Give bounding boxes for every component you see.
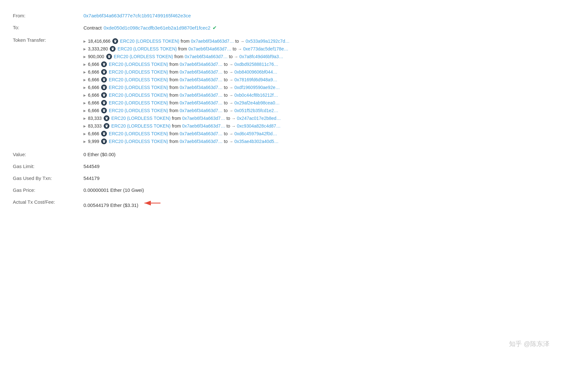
triangle-icon: ▶ (83, 63, 86, 66)
to-word: to (224, 100, 228, 105)
gas-price-row: Gas Price: 0.00000001 Ether (10 Gwei) (13, 184, 575, 196)
transfer-to-address[interactable]: 0xc9304a828c4d87… (237, 123, 281, 129)
triangle-icon: ▶ (83, 132, 86, 136)
triangle-icon: ▶ (83, 109, 86, 112)
token-icon: ♛ (101, 138, 107, 144)
token-icon-letter: ♛ (102, 93, 106, 97)
to-label: To: (13, 22, 83, 34)
token-name-link[interactable]: ERC20 (LORDLESS TOKEN) (114, 54, 173, 59)
arrow-right-icon: → (231, 116, 236, 121)
transfer-to-address[interactable]: 0xb84009606bf044… (234, 69, 277, 75)
token-icon-letter: ♛ (102, 101, 106, 105)
transfer-to-address[interactable]: 0xe773dac5def178e… (243, 46, 289, 51)
token-transfer-item: ▶ 83,333 ♛ ERC20 (LORDLESS TOKEN) from 0… (83, 122, 575, 130)
contract-prefix: Contract (83, 25, 102, 31)
arrow-right-icon: → (229, 85, 233, 90)
triangle-icon: ▶ (83, 117, 86, 120)
token-amount: 6,666 (88, 93, 99, 98)
token-name-link[interactable]: ERC20 (LORDLESS TOKEN) (109, 62, 168, 67)
transfer-to-address[interactable]: 0x533a99a1292c7d… (246, 39, 290, 44)
to-row: To: Contract 0xde050d1c098c7acdfb3e61eb2… (13, 22, 575, 34)
token-icon: ♛ (106, 54, 112, 59)
token-transfer-item: ▶ 900,000 ♛ ERC20 (LORDLESS TOKEN) from … (83, 53, 575, 60)
transfer-from-address[interactable]: 0x7aeb6f34a663d7… (180, 85, 223, 90)
from-word: from (178, 46, 187, 51)
token-name-link[interactable]: ERC20 (LORDLESS TOKEN) (109, 85, 168, 90)
token-icon: ♛ (104, 123, 109, 129)
transfer-to-address[interactable]: 0xb0c44cf8b16212f… (234, 93, 278, 98)
token-name-link[interactable]: ERC20 (LORDLESS TOKEN) (109, 69, 168, 75)
transfer-from-address[interactable]: 0x7aeb6f34a663d7… (180, 62, 223, 67)
transfer-to-address[interactable]: 0xdbd92588811c76… (234, 62, 278, 67)
transfer-to-address[interactable]: 0x78169fd6d948a9… (234, 77, 277, 82)
arrow-right-icon: → (234, 54, 238, 59)
token-name-link[interactable]: ERC20 (LORDLESS TOKEN) (109, 139, 168, 144)
triangle-icon: ▶ (83, 94, 86, 97)
token-transfer-item: ▶ 6,666 ♛ ERC20 (LORDLESS TOKEN) from 0x… (83, 107, 575, 114)
arrow-right-icon: → (229, 131, 233, 136)
transfer-to-address[interactable]: 0xd6c45979a42f0d… (234, 131, 277, 136)
from-address-link[interactable]: 0x7aeb6f34a663d777e7cfc1b917499165f462e3… (83, 13, 191, 18)
transfer-from-address[interactable]: 0x7aeb6f34a663d7… (191, 39, 234, 44)
to-word: to (224, 62, 228, 67)
arrow-right-icon: → (229, 70, 233, 75)
transfer-from-address[interactable]: 0x7aeb6f34a663d7… (180, 139, 223, 144)
transfer-from-address[interactable]: 0x7aeb6f34a663d7… (180, 131, 223, 136)
token-name-link[interactable]: ERC20 (LORDLESS TOKEN) (109, 100, 168, 105)
token-transfer-value: ▶ 18,416,666 ♛ ERC20 (LORDLESS TOKEN) fr… (83, 34, 575, 148)
transfer-from-address[interactable]: 0x7aeb6f34a663d7… (180, 77, 223, 82)
token-icon-letter: ♛ (102, 62, 106, 67)
transfer-from-address[interactable]: 0x7aeb6f34a663d7… (180, 100, 223, 105)
red-arrow-annotation (143, 199, 162, 208)
token-transfer-item: ▶ 9,999 ♛ ERC20 (LORDLESS TOKEN) from 0x… (83, 138, 575, 145)
transfer-from-address[interactable]: 0x7aeb6f34a663d7… (182, 123, 225, 129)
transfer-to-address[interactable]: 0x051f52b35fcd1e2… (234, 108, 278, 113)
arrow-right-icon: → (238, 47, 242, 51)
token-amount: 83,333 (88, 116, 102, 121)
to-word: to (233, 46, 237, 51)
token-name-link[interactable]: ERC20 (LORDLESS TOKEN) (111, 116, 171, 121)
token-name-link[interactable]: ERC20 (LORDLESS TOKEN) (111, 123, 171, 129)
token-name-link[interactable]: ERC20 (LORDLESS TOKEN) (109, 93, 168, 98)
token-name-link[interactable]: ERC20 (LORDLESS TOKEN) (120, 39, 179, 44)
from-word: from (169, 77, 178, 82)
arrow-right-icon: → (229, 62, 233, 67)
from-label: From: (13, 10, 83, 22)
gas-limit-text: 544549 (83, 160, 575, 172)
token-transfer-list: ▶ 18,416,666 ♛ ERC20 (LORDLESS TOKEN) fr… (83, 37, 575, 145)
token-icon-letter: ♛ (102, 139, 106, 144)
token-amount: 6,666 (88, 62, 99, 67)
transfer-to-address[interactable]: 0x7a8fc49d46bf9a3… (239, 54, 283, 59)
from-word: from (169, 69, 178, 75)
token-icon-letter: ♛ (102, 70, 106, 74)
transfer-from-address[interactable]: 0x7aeb6f34a663d7… (182, 116, 225, 121)
token-icon-letter: ♛ (102, 132, 106, 136)
actual-tx-cost-value: 0.00544179 Ether ($3.31) (83, 196, 575, 211)
gas-used-label: Gas Used By Txn: (13, 172, 83, 184)
token-icon-letter: ♛ (102, 109, 106, 113)
transfer-from-address[interactable]: 0x7aeb6f34a663d7… (180, 69, 223, 75)
actual-tx-cost-label: Actual Tx Cost/Fee: (13, 196, 83, 211)
token-name-link[interactable]: ERC20 (LORDLESS TOKEN) (109, 108, 168, 113)
value-label: Value: (13, 148, 83, 160)
token-name-link[interactable]: ERC20 (LORDLESS TOKEN) (109, 77, 168, 82)
from-word: from (169, 62, 178, 67)
from-word: from (181, 39, 190, 44)
gas-limit-row: Gas Limit: 544549 (13, 160, 575, 172)
transfer-from-address[interactable]: 0x7aeb6f34a663d7… (180, 93, 223, 98)
transfer-to-address[interactable]: 0x35ae4b302a40d5… (234, 139, 279, 144)
to-word: to (224, 139, 228, 144)
transfer-from-address[interactable]: 0x7aeb6f34a663d7… (180, 108, 223, 113)
token-name-link[interactable]: ERC20 (LORDLESS TOKEN) (109, 131, 168, 136)
token-name-link[interactable]: ERC20 (LORDLESS TOKEN) (117, 46, 177, 51)
transfer-to-address[interactable]: 0x247ac017e2b8ed… (237, 116, 281, 121)
arrow-right-icon: → (240, 39, 244, 44)
to-address-link[interactable]: 0xde050d1c098c7acdfb3e61eb2a1d9870ef1fce… (104, 25, 211, 31)
transfer-to-address[interactable]: 0x29af2e4ab98cea0… (234, 100, 280, 105)
transfer-from-address[interactable]: 0x7aeb6f34a663d7… (188, 46, 231, 51)
transfer-to-address[interactable]: 0xdf19609590ae92e… (234, 85, 280, 90)
token-transfer-item: ▶ 3,333,280 ♛ ERC20 (LORDLESS TOKEN) fro… (83, 45, 575, 53)
token-transfer-item: ▶ 6,666 ♛ ERC20 (LORDLESS TOKEN) from 0x… (83, 68, 575, 76)
transfer-from-address[interactable]: 0x7aeb6f34a663d7… (185, 54, 228, 59)
from-word: from (169, 131, 178, 136)
